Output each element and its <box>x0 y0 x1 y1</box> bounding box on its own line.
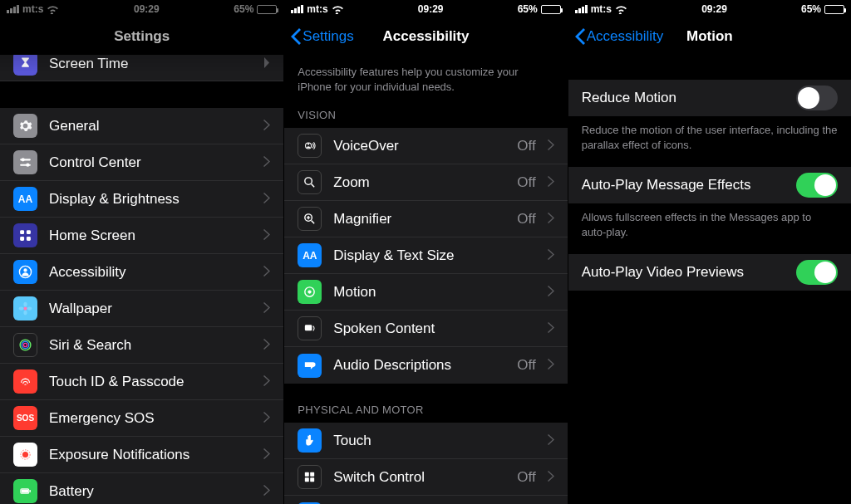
row-voice-control[interactable]: Voice ControlOff <box>284 496 567 504</box>
person-icon <box>13 260 37 284</box>
switch-icon <box>298 465 322 489</box>
chevron-right-icon <box>548 321 554 336</box>
row-home-screen[interactable]: Home Screen <box>0 218 283 254</box>
row-label: Touch ID & Passcode <box>49 374 252 390</box>
chevron-right-icon <box>548 248 554 263</box>
svg-point-25 <box>305 178 312 185</box>
svg-rect-29 <box>305 325 312 330</box>
row-touch-id-passcode[interactable]: Touch ID & Passcode <box>0 364 283 400</box>
status-bar: mt:s 09:29 65% <box>0 0 283 18</box>
SOS-icon: SOS <box>13 406 37 430</box>
row-label: General <box>49 118 252 135</box>
row-label: Audio Descriptions <box>333 357 505 374</box>
chevron-right-icon <box>548 470 554 485</box>
row-value: Off <box>517 211 535 228</box>
battery-pct: 65% <box>518 3 538 15</box>
row-label: Screen Time <box>49 56 252 72</box>
motion-icon <box>298 280 322 304</box>
chevron-right-icon <box>263 448 270 462</box>
toggle-reduce-motion[interactable] <box>796 86 838 110</box>
row-label: Accessibility <box>49 264 252 281</box>
toggle-auto-play-video-previews[interactable] <box>796 260 838 285</box>
exposure-icon <box>13 443 37 467</box>
wifi-icon <box>47 5 59 14</box>
svg-rect-4 <box>20 230 24 234</box>
accessibility-scroll[interactable]: Accessibility features help you customiz… <box>284 55 567 504</box>
row-label: VoiceOver <box>333 138 505 154</box>
svg-point-2 <box>22 158 25 161</box>
row-auto-play-video-previews[interactable]: Auto-Play Video Previews <box>568 254 851 291</box>
gear-icon <box>13 114 37 138</box>
signal-icon <box>575 5 588 13</box>
chevron-right-icon <box>548 212 554 227</box>
svg-point-10 <box>23 306 27 310</box>
row-siri-search[interactable]: Siri & Search <box>0 327 283 364</box>
nav-bar: Settings Accessibility <box>284 18 567 55</box>
chevron-right-icon <box>548 285 554 300</box>
row-voiceover[interactable]: VoiceOverOff <box>284 128 567 164</box>
motion-scroll[interactable]: Reduce MotionReduce the motion of the us… <box>568 55 851 504</box>
svg-point-3 <box>26 164 29 167</box>
row-label: Battery <box>49 483 252 500</box>
row-value: Off <box>517 469 535 486</box>
svg-rect-22 <box>22 489 29 492</box>
row-label: Auto-Play Video Previews <box>582 264 785 281</box>
row-value: Off <box>517 174 535 191</box>
row-display-brightness[interactable]: AADisplay & Brightness <box>0 181 283 218</box>
page-title: Settings <box>0 28 283 45</box>
row-control-center[interactable]: Control Center <box>0 144 283 181</box>
row-label: Siri & Search <box>49 337 252 354</box>
row-audio-descriptions[interactable]: Audio DescriptionsOff <box>284 347 567 384</box>
svg-rect-6 <box>20 237 24 241</box>
row-label: Reduce Motion <box>582 90 785 106</box>
svg-rect-7 <box>27 237 31 241</box>
row-touch[interactable]: Touch <box>284 423 567 459</box>
row-magnifier[interactable]: MagnifierOff <box>284 201 567 237</box>
AA-icon: AA <box>13 187 37 211</box>
battery-icon <box>541 5 561 14</box>
row-value: Off <box>517 357 535 374</box>
row-label: Magnifier <box>333 211 505 228</box>
status-bar: mt:s 09:29 65% <box>568 0 851 18</box>
section-physical: PHYSICAL AND MOTOR <box>284 384 567 423</box>
settings-list-scroll[interactable]: Screen Time GeneralControl CenterAADispl… <box>0 55 283 504</box>
signal-icon <box>7 5 19 13</box>
row-exposure-notifications[interactable]: Exposure Notifications <box>0 437 283 473</box>
row-reduce-motion[interactable]: Reduce Motion <box>568 80 851 116</box>
row-label: Display & Text Size <box>333 247 535 264</box>
back-button[interactable]: Settings <box>291 28 353 45</box>
row-accessibility[interactable]: Accessibility <box>0 254 283 291</box>
magnifier-icon <box>298 207 322 231</box>
chevron-left-icon <box>291 28 301 45</box>
row-battery[interactable]: Battery <box>0 473 283 504</box>
clock: 09:29 <box>344 3 518 15</box>
toggle-auto-play-message-effects[interactable] <box>796 173 838 198</box>
intro-text: Accessibility features help you customiz… <box>284 55 567 104</box>
row-zoom[interactable]: ZoomOff <box>284 164 567 201</box>
row-spoken-content[interactable]: Spoken Content <box>284 311 567 347</box>
chevron-right-icon <box>263 119 270 134</box>
svg-point-16 <box>22 341 29 349</box>
row-emergency-sos[interactable]: SOSEmergency SOS <box>0 400 283 437</box>
row-label: Wallpaper <box>49 301 252 317</box>
svg-point-11 <box>23 302 27 307</box>
row-general[interactable]: General <box>0 108 283 144</box>
row-switch-control[interactable]: Switch ControlOff <box>284 459 567 496</box>
back-button[interactable]: Accessibility <box>575 28 664 45</box>
svg-point-9 <box>23 268 27 272</box>
row-motion[interactable]: Motion <box>284 274 567 311</box>
row-display-text-size[interactable]: AADisplay & Text Size <box>284 237 567 274</box>
chevron-right-icon <box>263 484 270 499</box>
chevron-right-icon <box>263 265 270 280</box>
grid-icon <box>13 223 37 247</box>
carrier-label: mt:s <box>307 3 327 15</box>
row-auto-play-message-effects[interactable]: Auto-Play Message Effects <box>568 167 851 203</box>
row-screen-time[interactable]: Screen Time <box>0 55 283 81</box>
hourglass-icon <box>13 55 37 76</box>
accessibility-screen: mt:s 09:29 65% Settings Accessibility Ac… <box>283 0 567 504</box>
row-label: Control Center <box>49 154 252 171</box>
fingerprint-icon <box>13 369 37 394</box>
nav-bar: Settings <box>0 18 283 55</box>
status-bar: mt:s 09:29 65% <box>284 0 567 18</box>
row-wallpaper[interactable]: Wallpaper <box>0 291 283 327</box>
